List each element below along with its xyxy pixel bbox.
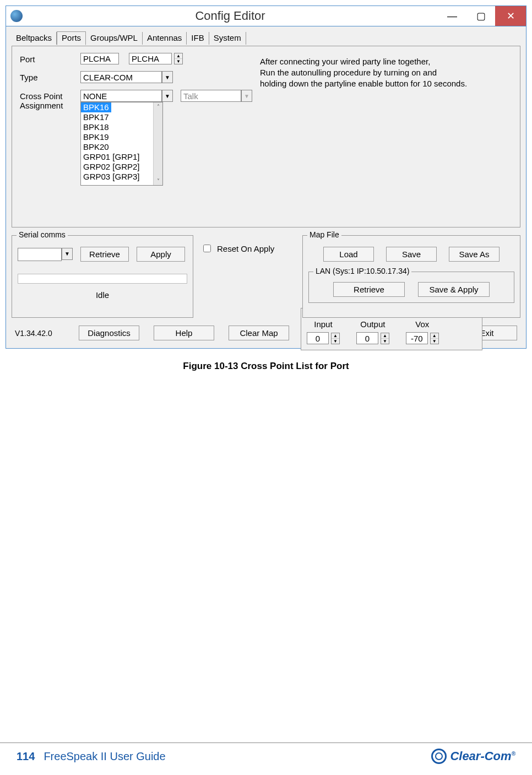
port-input[interactable] [80,53,119,64]
port-spinner[interactable]: ▲▼ [174,53,183,64]
serial-comms-group: Serial comms ▼ Retrieve Apply Idle [12,235,193,318]
list-item[interactable]: BPK16 [81,102,111,112]
reset-on-apply-checkbox[interactable]: Reset On Apply [201,243,295,254]
serial-progress [18,274,187,284]
tab-ports[interactable]: Ports [57,31,86,45]
chevron-down-icon[interactable]: ▼ [62,248,73,260]
scroll-up-icon[interactable]: ˄ [157,102,160,111]
list-item[interactable]: BPK17 [81,112,162,122]
input-spinner[interactable]: ▲▼ [331,333,340,344]
tab-antennas[interactable]: Antennas [143,32,187,45]
list-item[interactable]: BPK18 [81,122,162,132]
app-icon [10,10,23,22]
minimize-button[interactable]: — [438,6,466,26]
port-spinner-input[interactable] [129,53,172,64]
diagnostics-button[interactable]: Diagnostics [79,326,139,340]
crosspoint-list[interactable]: BPK16 BPK17 BPK18 BPK19 BPK20 GRP01 [GRP… [80,102,163,186]
chevron-down-icon[interactable]: ▼ [162,71,173,83]
vox-level[interactable] [406,332,428,344]
chevron-down-icon: ▼ [241,90,252,102]
crosspoint-label: Cross Point Assignment [20,90,80,110]
serial-status: Idle [18,290,187,300]
clear-com-logo: Clear-Com® [431,749,515,764]
maximize-button[interactable]: ▢ [466,6,495,26]
tab-beltpacks[interactable]: Beltpacks [12,32,57,45]
lan-legend: LAN (Sys:1 IP:10.50.17.34) [313,267,411,275]
vox-level-label: Vox [406,319,439,329]
scroll-down-icon[interactable]: ˅ [157,177,160,185]
help-text: After connecting your wired party line t… [260,56,467,89]
close-button[interactable]: ✕ [495,6,526,26]
save-apply-button[interactable]: Save & Apply [418,282,490,297]
talk-select [181,90,241,102]
input-level-label: Input [307,319,340,329]
serial-retrieve-button[interactable]: Retrieve [80,247,129,262]
output-level[interactable] [356,332,378,344]
logo-icon [431,749,447,764]
load-button[interactable]: Load [323,247,374,262]
clear-map-button[interactable]: Clear Map [229,326,289,340]
window-title: Config Editor [23,9,438,23]
page-footer: 114 FreeSpeak II User Guide Clear-Com® [0,743,532,764]
version-label: V1.34.42.0 [15,329,64,338]
list-scrollbar[interactable]: ˄˅ [153,102,162,185]
lan-retrieve-button[interactable]: Retrieve [333,282,405,297]
page-number: 114 [17,750,35,763]
list-item[interactable]: BPK20 [81,142,162,152]
type-select[interactable] [80,71,162,83]
list-item[interactable]: GRP02 [GRP2] [81,162,162,172]
list-item[interactable]: GRP01 [GRP1] [81,152,162,162]
reset-checkbox-input[interactable] [203,245,211,252]
tab-system[interactable]: System [209,32,246,45]
serial-port-select[interactable] [18,248,62,261]
guide-title: FreeSpeak II User Guide [44,750,165,763]
list-item[interactable]: BPK19 [81,132,162,142]
figure-caption: Figure 10-13 Cross Point List for Port [6,361,526,372]
vox-spinner[interactable]: ▲▼ [430,333,439,344]
titlebar: Config Editor — ▢ ✕ [6,6,526,26]
tab-body: Port ▲▼ Type ▼ Cross Point Assignment [12,46,520,227]
save-as-button[interactable]: Save As [449,247,500,262]
serial-legend: Serial comms [17,230,68,239]
crosspoint-select[interactable] [80,90,162,102]
port-label: Port [20,53,80,64]
save-button[interactable]: Save [386,247,437,262]
tab-ifb[interactable]: IFB [187,32,209,45]
tabstrip: Beltpacks Ports Groups/WPL Antennas IFB … [12,31,520,45]
lan-group: LAN (Sys:1 IP:10.50.17.34) Retrieve Save… [308,272,514,303]
chevron-down-icon[interactable]: ▼ [162,90,173,102]
output-spinner[interactable]: ▲▼ [381,333,389,344]
type-label: Type [20,71,80,82]
list-item[interactable]: GRP03 [GRP3] [81,172,162,182]
mapfile-legend: Map File [307,230,341,239]
map-file-group: Map File Load Save Save As LAN (Sys:1 IP… [302,235,520,318]
help-button[interactable]: Help [154,326,214,340]
serial-apply-button[interactable]: Apply [137,247,185,262]
tab-groups-wpl[interactable]: Groups/WPL [86,32,143,45]
input-level[interactable] [307,332,329,344]
config-editor-window: Config Editor — ▢ ✕ Beltpacks Ports Grou… [6,6,526,349]
output-level-label: Output [356,319,389,329]
